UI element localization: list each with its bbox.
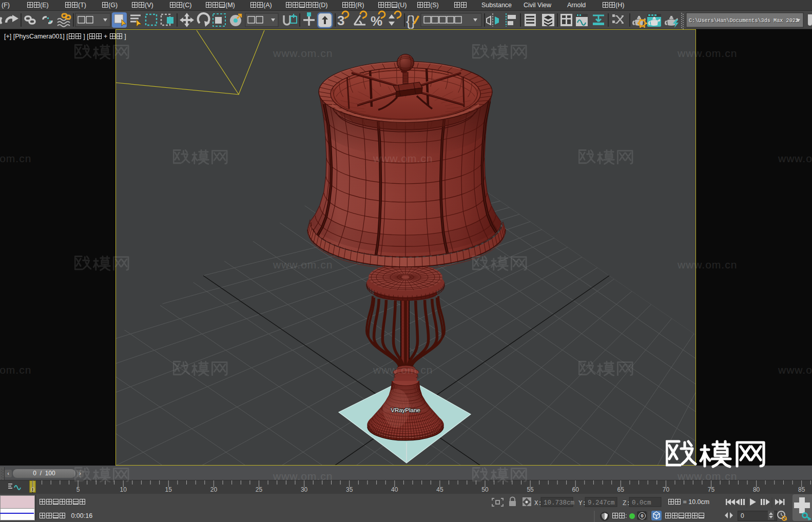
svg-text:65: 65	[617, 486, 625, 493]
svg-text:80: 80	[753, 486, 760, 493]
svg-text:60: 60	[572, 486, 579, 493]
svg-text:40: 40	[391, 486, 398, 493]
svg-text:55: 55	[527, 486, 534, 493]
svg-text:25: 25	[256, 486, 263, 493]
svg-text:20: 20	[210, 486, 218, 493]
svg-text:70: 70	[663, 486, 670, 493]
svg-text:10.738cm: 10.738cm	[544, 499, 574, 507]
svg-text:35: 35	[346, 486, 353, 493]
svg-text:3: 3	[337, 13, 344, 28]
svg-text:45: 45	[436, 486, 443, 493]
svg-text:{}: {}	[406, 13, 416, 29]
svg-text:5: 5	[76, 486, 80, 493]
svg-text:15: 15	[165, 486, 172, 493]
svg-text:30: 30	[301, 486, 308, 493]
svg-text:%: %	[371, 13, 382, 29]
svg-text:0.0cm: 0.0cm	[632, 499, 651, 507]
svg-text:50: 50	[481, 486, 489, 493]
svg-text:C:\Users\Han\Documents\3ds Max: C:\Users\Han\Documents\3ds Max 2022	[689, 18, 799, 24]
svg-text:9.247cm: 9.247cm	[588, 499, 615, 507]
svg-text:VRayPlane: VRayPlane	[391, 407, 420, 413]
svg-text:10: 10	[120, 486, 127, 493]
svg-text:75: 75	[708, 486, 715, 493]
svg-text:85: 85	[798, 486, 805, 493]
svg-text:0: 0	[31, 486, 35, 493]
